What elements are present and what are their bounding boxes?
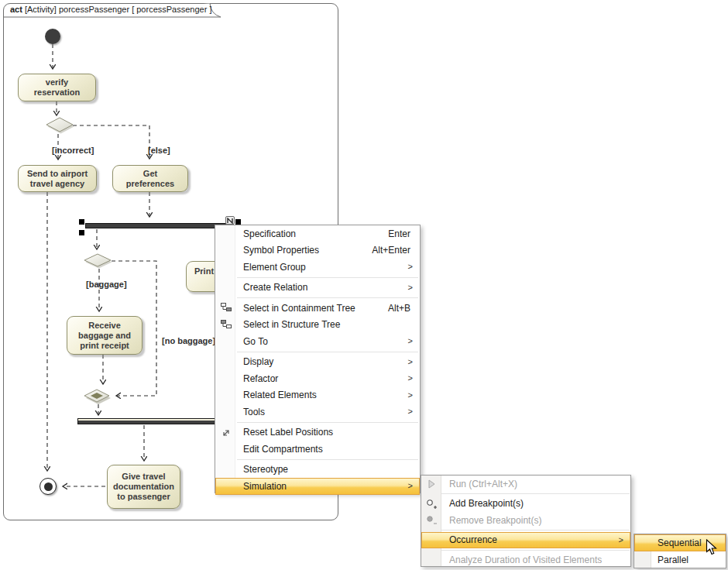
submenu-arrow-icon: > <box>408 357 413 366</box>
remove-breakpoint-icon <box>425 514 438 527</box>
menu-item-remove-breakpoints: Remove Breakpoint(s) <box>421 512 630 529</box>
submenu-arrow-icon: > <box>408 390 413 400</box>
shortcut: Alt+Enter <box>372 245 414 256</box>
merge-node[interactable] <box>84 388 115 407</box>
containment-tree-icon <box>220 302 232 314</box>
action-label: Get preferences <box>126 169 174 189</box>
structure-tree-icon <box>220 319 232 331</box>
menu-item-refactor[interactable]: Refactor > <box>215 370 420 387</box>
menu-separator <box>237 459 418 460</box>
action-label: Send to airport travel agency <box>27 169 88 189</box>
menu-separator <box>237 352 418 352</box>
menu-separator <box>422 530 630 531</box>
menu-item-display[interactable]: Display > <box>215 354 420 371</box>
decision-node-reservation[interactable] <box>43 116 75 136</box>
action-send-to-airport-travel-agency[interactable]: Send to airport travel agency <box>18 165 97 192</box>
submenu-arrow-icon: > <box>408 373 413 383</box>
menu-item-reset-label-positions[interactable]: Reset Label Positions <box>215 424 420 441</box>
menu-separator <box>422 550 630 551</box>
menu-item-element-group[interactable]: Element Group > <box>215 259 420 276</box>
shortcut: Alt+B <box>388 303 414 314</box>
guard-no-baggage: [no baggage] <box>162 336 215 345</box>
activity-final-node[interactable] <box>39 478 57 495</box>
menu-item-create-relation[interactable]: Create Relation > <box>215 280 420 297</box>
action-give-travel-documentation[interactable]: Give travel documentation to passenger <box>107 465 180 509</box>
menu-item-select-in-containment-tree[interactable]: Select in Containment Tree Alt+B <box>215 300 420 317</box>
action-get-preferences[interactable]: Get preferences <box>112 165 188 192</box>
action-receive-baggage-print-receipt[interactable]: Receive baggage and print receipt <box>67 316 143 355</box>
selection-handle[interactable] <box>79 219 84 225</box>
guard-else: [else] <box>148 146 170 155</box>
menu-separator <box>237 277 418 278</box>
mouse-cursor-icon <box>706 539 718 556</box>
submenu-arrow-icon: > <box>619 535 623 544</box>
submenu-arrow-icon: > <box>408 262 413 271</box>
simulation-submenu: Run (Ctrl+Alt+X) Add Breakpoint(s) Remov… <box>421 475 631 567</box>
selection-handle[interactable] <box>235 219 241 225</box>
diagram-title-keyword: act <box>10 5 22 14</box>
menu-separator <box>237 422 418 423</box>
submenu-arrow-icon: > <box>408 481 413 490</box>
guard-baggage: [baggage] <box>86 280 127 289</box>
action-label: Receive baggage and print receipt <box>78 321 131 351</box>
activity-final-node-core <box>44 482 53 491</box>
smart-manipulator-icon[interactable] <box>225 216 235 225</box>
action-label: Print <box>194 266 214 276</box>
menu-item-simulation[interactable]: Simulation > <box>215 478 420 495</box>
menu-item-go-to[interactable]: Go To > <box>215 333 420 350</box>
menu-item-symbol-properties[interactable]: Symbol Properties Alt+Enter <box>215 242 420 259</box>
decision-node-baggage[interactable] <box>83 252 115 272</box>
guard-incorrect: [incorrect] <box>52 146 94 155</box>
diagram-title: act [Activity] porcessPassenger [ porces… <box>10 5 211 14</box>
menu-item-edit-compartments[interactable]: Edit Compartments <box>215 441 420 458</box>
menu-item-tools[interactable]: Tools > <box>215 403 420 421</box>
action-verify-reservation[interactable]: verify reservation <box>18 74 96 101</box>
initial-node[interactable] <box>45 29 60 44</box>
menu-item-analyze-duration: Analyze Duration of Visited Elements <box>421 551 630 568</box>
action-label: verify reservation <box>34 77 80 98</box>
menu-item-add-breakpoints[interactable]: Add Breakpoint(s) <box>421 496 630 513</box>
add-breakpoint-icon <box>425 498 438 510</box>
shortcut: Enter <box>388 228 414 239</box>
diagram-title-text: [Activity] porcessPassenger [ porcessPas… <box>22 5 212 14</box>
menu-separator <box>237 297 418 298</box>
action-label: Give travel documentation to passenger <box>113 472 174 502</box>
fork-node[interactable] <box>85 223 234 228</box>
run-icon <box>425 478 438 490</box>
menu-item-stereotype[interactable]: Stereotype <box>215 462 420 479</box>
menu-separator <box>422 493 630 494</box>
selection-handle[interactable] <box>79 230 84 235</box>
menu-item-related-elements[interactable]: Related Elements > <box>215 387 420 404</box>
submenu-arrow-icon: > <box>408 336 413 345</box>
menu-item-specification[interactable]: Specification Enter <box>215 225 420 242</box>
menu-item-select-in-structure-tree[interactable]: Select in Structure Tree <box>215 317 420 334</box>
reset-label-positions-icon <box>220 427 232 439</box>
menu-item-run: Run (Ctrl+Alt+X) <box>421 476 630 493</box>
submenu-arrow-icon: > <box>408 283 413 292</box>
menu-item-occurrence[interactable]: Occurrence > <box>421 532 630 549</box>
context-menu: Specification Enter Symbol Properties Al… <box>215 225 421 493</box>
submenu-arrow-icon: > <box>408 407 413 416</box>
activity-diagram-canvas: act [Activity] porcessPassenger [ porces… <box>0 0 728 570</box>
